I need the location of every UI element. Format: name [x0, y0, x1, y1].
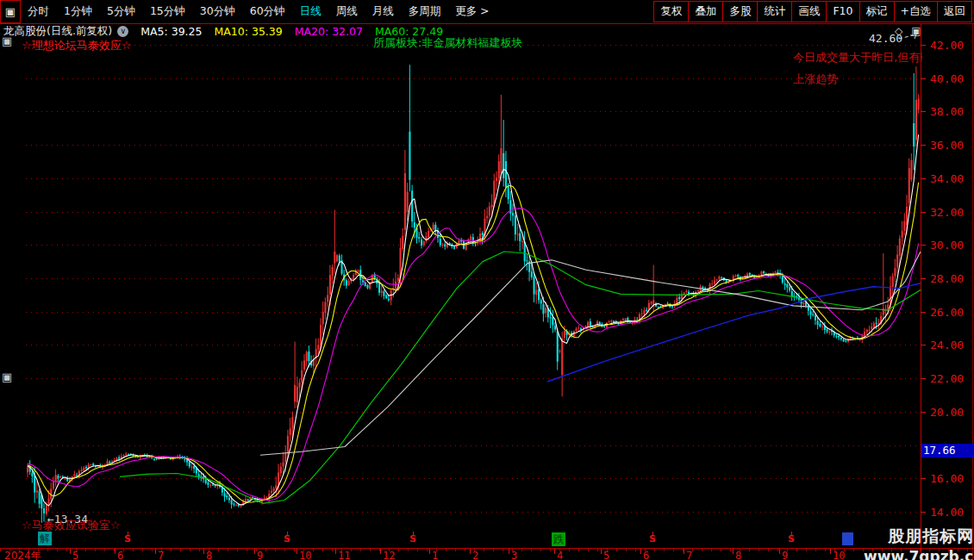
month-label: 6 — [117, 550, 123, 560]
site-watermark: 股朋指标网 www.7gpzb.com — [864, 526, 974, 560]
month-label: 9 — [257, 550, 263, 560]
month-tick — [380, 549, 381, 554]
month-tick — [830, 549, 831, 554]
tdx-chart-window: ▣ 分时1分钟5分钟15分钟30分钟60分钟日线周线月线多周期更多 > 复权叠加… — [0, 0, 974, 560]
watermark-url: www.7gpzb.com — [864, 548, 974, 560]
month-label: 5 — [603, 550, 609, 560]
blue-signal-badge — [842, 532, 853, 545]
month-tick — [640, 549, 641, 554]
month-label: 3 — [511, 550, 517, 560]
high-price-label: 42.60 — [869, 32, 902, 45]
sell-signal: S — [787, 532, 796, 543]
month-label: 6 — [643, 550, 649, 560]
year-label: 2024年 — [4, 549, 41, 560]
month-tick — [429, 549, 430, 554]
date-axis[interactable]: 5678910111212345678910 — [0, 548, 974, 560]
month-label: 9 — [782, 550, 788, 560]
month-label: 7 — [686, 550, 692, 560]
month-label: 8 — [206, 550, 212, 560]
last-price-badge: 17.66 — [921, 444, 974, 457]
watermark-name: 股朋指标网 — [864, 526, 974, 548]
forum-annotation: ☆理想论坛马泰效应☆ — [22, 38, 131, 53]
month-tick — [684, 549, 684, 554]
month-label: 5 — [72, 550, 78, 560]
sell-signal: S — [283, 532, 291, 543]
month-tick — [601, 549, 602, 554]
die-signal-badge: 跌 — [552, 532, 565, 546]
month-tick — [779, 549, 780, 554]
sector-annotation: 所属板块:非金属材料福建板块 — [373, 35, 522, 51]
month-label: 10 — [299, 550, 311, 560]
month-tick — [115, 549, 116, 554]
low-price-label: ←13.34 — [47, 513, 88, 526]
panel-toggle-icon[interactable]: ▣ — [2, 34, 12, 47]
month-label: 1 — [432, 550, 438, 560]
month-tick — [70, 549, 71, 554]
trend-note: 上涨趋势 — [793, 72, 838, 87]
month-tick — [254, 549, 255, 554]
sell-signal: S — [123, 532, 132, 543]
sell-signal: S — [648, 532, 657, 543]
sell-signal: S — [409, 532, 417, 543]
volume-note: 今日成交量大于昨日,但有缩小 — [793, 50, 922, 65]
month-tick — [554, 549, 555, 554]
month-tick — [203, 549, 204, 554]
month-label: 12 — [383, 550, 395, 560]
month-tick — [297, 549, 297, 554]
month-label: 4 — [557, 550, 563, 560]
month-label: 2 — [472, 550, 478, 560]
month-label: 8 — [735, 550, 741, 560]
month-tick — [470, 549, 471, 554]
month-tick — [733, 549, 734, 554]
month-label: 11 — [338, 550, 350, 560]
month-label: 7 — [158, 550, 164, 560]
month-tick — [509, 549, 509, 554]
panel-toggle-icon[interactable]: ▣ — [2, 370, 12, 383]
month-label: 10 — [833, 550, 845, 560]
month-tick — [155, 549, 156, 554]
month-tick — [335, 549, 336, 554]
jie-signal-badge: 解 — [38, 532, 52, 545]
